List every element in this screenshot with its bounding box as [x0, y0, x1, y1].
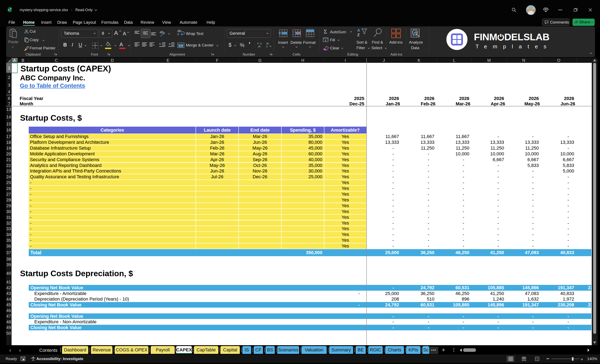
svg-text:x: x — [8, 9, 9, 11]
svg-text:.0: .0 — [266, 45, 268, 48]
svg-text:.00: .00 — [257, 45, 261, 48]
svg-text:.0: .0 — [260, 42, 262, 45]
svg-text:.00: .00 — [266, 42, 269, 45]
